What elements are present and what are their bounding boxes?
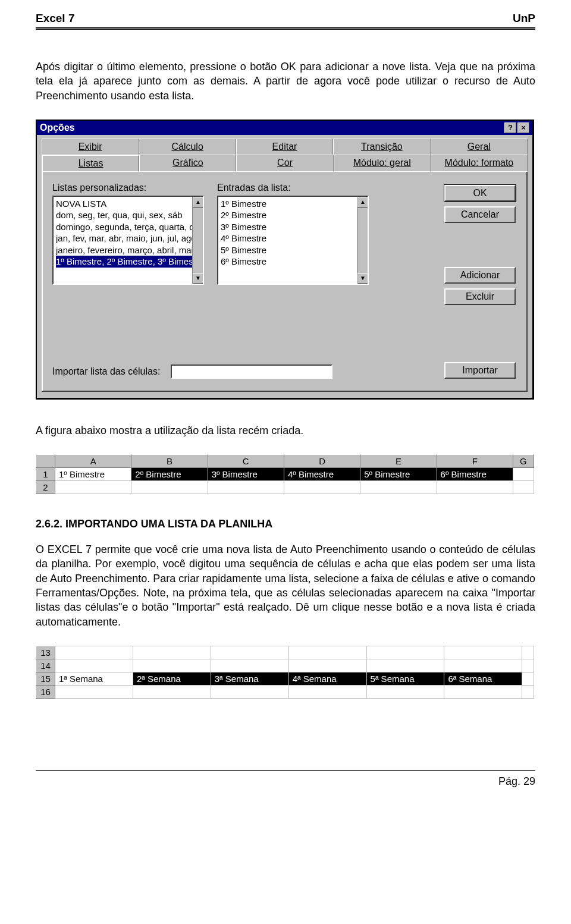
tab-calculo[interactable]: Cálculo [139, 139, 236, 155]
cell[interactable]: 5º Bimestre [360, 468, 437, 481]
row-header[interactable]: 14 [36, 659, 55, 672]
custom-lists-box[interactable]: NOVA LISTA dom, seg, ter, qua, qui, sex,… [52, 196, 204, 285]
tab-geral[interactable]: Geral [431, 139, 528, 155]
add-button[interactable]: Adicionar [444, 267, 516, 284]
tab-listas[interactable]: Listas [42, 155, 139, 172]
cell[interactable]: 5ª Semana [366, 672, 444, 685]
corner-cell[interactable] [36, 455, 55, 468]
cell[interactable]: 3º Bimestre [208, 468, 284, 481]
options-dialog: Opções ? × Exibir Cálculo Editar Transiç… [36, 120, 534, 400]
entry-item: 1º Bimestre [221, 198, 365, 210]
scrollbar[interactable]: ▲ ▼ [192, 197, 203, 284]
cell[interactable] [208, 481, 284, 494]
list-item[interactable]: janeiro, fevereiro, março, abril, maio [56, 244, 200, 256]
row-header[interactable]: 15 [36, 672, 55, 685]
col-header[interactable]: B [131, 455, 208, 468]
tab-modulo-geral[interactable]: Módulo: geral [334, 155, 431, 172]
cell[interactable] [211, 659, 288, 672]
cell[interactable] [288, 685, 366, 698]
cell[interactable] [444, 646, 522, 659]
cell[interactable] [131, 481, 208, 494]
cell[interactable]: 6º Bimestre [437, 468, 513, 481]
scroll-down-icon[interactable]: ▼ [357, 273, 368, 284]
tab-transicao[interactable]: Transição [333, 139, 430, 155]
cell[interactable] [522, 672, 534, 685]
col-header[interactable]: A [55, 455, 131, 468]
cell[interactable] [133, 685, 211, 698]
cell[interactable]: 4ª Semana [288, 672, 366, 685]
cell[interactable] [133, 646, 211, 659]
cell[interactable] [366, 646, 444, 659]
ok-button[interactable]: OK [444, 185, 516, 202]
cell[interactable] [133, 659, 211, 672]
caption-paragraph: A figura abaixo mostra a utilização da l… [36, 423, 535, 438]
col-header[interactable]: E [360, 455, 437, 468]
tab-exibir[interactable]: Exibir [42, 139, 139, 155]
col-header[interactable]: C [208, 455, 284, 468]
entry-item: 2º Bimestre [221, 209, 365, 221]
entry-item: 3º Bimestre [221, 221, 365, 233]
list-item[interactable]: jan, fev, mar, abr, maio, jun, jul, agc [56, 232, 200, 244]
cell[interactable] [211, 646, 288, 659]
spreadsheet-sample-1: A B C D E F G 1 1º Bimestre 2º Bimestre … [36, 454, 534, 494]
scroll-up-icon[interactable]: ▲ [193, 197, 203, 208]
scroll-down-icon[interactable]: ▼ [193, 273, 203, 284]
table-row: 15 1ª Semana 2ª Semana 3ª Semana 4ª Sema… [36, 672, 534, 685]
cell[interactable]: 6ª Semana [444, 672, 522, 685]
row-header[interactable]: 1 [36, 468, 55, 481]
cell[interactable]: 2ª Semana [133, 672, 211, 685]
cell[interactable]: 3ª Semana [211, 672, 288, 685]
list-item[interactable]: domingo, segunda, terça, quarta, q [56, 221, 200, 233]
cell[interactable] [211, 685, 288, 698]
tab-grafico[interactable]: Gráfico [139, 155, 236, 172]
delete-button[interactable]: Excluir [444, 288, 516, 305]
table-row: 2 [36, 481, 534, 494]
cell[interactable] [55, 481, 131, 494]
scrollbar[interactable]: ▲ ▼ [357, 197, 368, 284]
row-header[interactable]: 13 [36, 646, 55, 659]
list-item[interactable]: dom, seg, ter, qua, qui, sex, sáb [56, 209, 200, 221]
cell[interactable]: 4º Bimestre [284, 468, 360, 481]
import-row: Importar lista das células: [52, 364, 332, 379]
scroll-up-icon[interactable]: ▲ [357, 197, 368, 208]
cell[interactable]: 2º Bimestre [131, 468, 208, 481]
entry-item: 6º Bimestre [221, 256, 365, 268]
cancel-button[interactable]: Cancelar [444, 206, 516, 223]
cell[interactable] [366, 685, 444, 698]
cell[interactable] [522, 685, 534, 698]
col-header[interactable]: G [513, 455, 534, 468]
row-header[interactable]: 16 [36, 685, 55, 698]
cell[interactable] [437, 481, 513, 494]
cell[interactable] [444, 659, 522, 672]
cell[interactable] [513, 468, 534, 481]
cell[interactable] [360, 481, 437, 494]
cell[interactable] [366, 659, 444, 672]
import-button[interactable]: Importar [444, 362, 516, 379]
tab-editar[interactable]: Editar [236, 139, 333, 155]
list-item[interactable]: 1º Bimestre, 2º Bimestre, 3º Bimestr [56, 256, 200, 268]
row-header[interactable]: 2 [36, 481, 55, 494]
cell[interactable] [288, 659, 366, 672]
cell[interactable] [513, 481, 534, 494]
cell[interactable] [444, 685, 522, 698]
page-footer: Pág. 29 [36, 770, 535, 788]
help-icon[interactable]: ? [504, 122, 516, 133]
cell[interactable] [55, 685, 133, 698]
cell[interactable] [55, 659, 133, 672]
close-icon[interactable]: × [517, 122, 529, 133]
cell[interactable] [522, 659, 534, 672]
import-range-input[interactable] [171, 364, 332, 379]
cell[interactable]: 1ª Semana [55, 672, 133, 685]
cell[interactable]: 1º Bimestre [55, 468, 131, 481]
cell[interactable] [288, 646, 366, 659]
list-item[interactable]: NOVA LISTA [56, 198, 200, 210]
cell[interactable] [284, 481, 360, 494]
col-header[interactable]: F [437, 455, 513, 468]
tab-cor[interactable]: Cor [236, 155, 333, 172]
cell[interactable] [522, 646, 534, 659]
entries-box[interactable]: 1º Bimestre 2º Bimestre 3º Bimestre 4º B… [217, 196, 369, 285]
cell[interactable] [55, 646, 133, 659]
tab-modulo-formato[interactable]: Módulo: formato [431, 155, 528, 172]
entry-item: 4º Bimestre [221, 232, 365, 244]
col-header[interactable]: D [284, 455, 360, 468]
